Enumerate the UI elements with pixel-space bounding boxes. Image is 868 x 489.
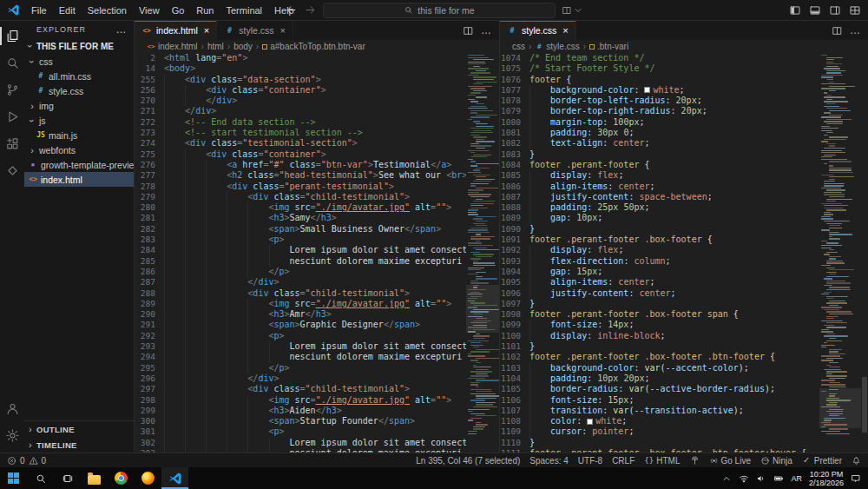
more-actions-icon[interactable]: …: [481, 25, 492, 36]
code-line[interactable]: 291<span>Graphic Designer</span>: [135, 320, 466, 330]
taskbar-firefox-icon[interactable]: [135, 467, 161, 489]
code-line[interactable]: 1090}: [500, 224, 819, 235]
taskbar-chrome-icon[interactable]: [108, 467, 135, 489]
code-line[interactable]: 280<img src="./img/avatar.jpg" alt="">: [135, 202, 466, 213]
code-line[interactable]: 285nesciunt dolorem maxime excepturi num: [135, 256, 466, 267]
code-line[interactable]: 303nesciunt dolorem maxime excepturi num: [135, 448, 466, 453]
code-line[interactable]: 1075/* Start Footer Style */: [500, 63, 819, 74]
code-line[interactable]: 1110}: [500, 438, 819, 448]
code-line[interactable]: 290<h3>Amr</h3>: [135, 309, 466, 320]
language-mode[interactable]: {}HTML: [644, 456, 680, 466]
run-debug-activity[interactable]: [0, 103, 24, 130]
forward-icon[interactable]: [304, 3, 317, 17]
tree-item-img[interactable]: ›img: [24, 98, 134, 113]
code-line[interactable]: 274<div class="testimonial-section">: [135, 138, 466, 149]
encoding[interactable]: UTF-8: [578, 456, 602, 466]
code-line[interactable]: 1104padding: 10px 20px;: [500, 373, 819, 384]
code-line[interactable]: 1076footer {: [500, 75, 819, 85]
tree-item-all.min.css[interactable]: #all.min.css: [24, 69, 134, 83]
code-line[interactable]: 279<div class="child-testimonial">: [135, 192, 466, 202]
code-line[interactable]: 300<span>Startup Founder</span>: [135, 416, 466, 426]
code-line[interactable]: 297<div class="child-testimonial">: [135, 384, 466, 394]
toggle-panel-icon[interactable]: [809, 4, 821, 17]
code-line[interactable]: 293Lorem ipsum dolor sit amet consectetu…: [135, 341, 466, 352]
code-line[interactable]: 1085display: flex;: [500, 170, 819, 181]
problems-indicator[interactable]: 0 0: [7, 456, 46, 466]
code-line[interactable]: 294nesciunt dolorem maxime excepturi num: [135, 352, 466, 362]
code-line[interactable]: 286</p>: [135, 267, 466, 277]
code-line[interactable]: 1074/* End team section */: [500, 53, 819, 63]
settings-activity[interactable]: [0, 422, 24, 449]
breadcrumb-item[interactable]: css: [512, 42, 525, 51]
indentation[interactable]: Spaces: 4: [529, 456, 568, 466]
code-line[interactable]: 275<div class="container">: [135, 149, 466, 160]
menu-file[interactable]: File: [25, 3, 53, 17]
search-activity[interactable]: [0, 50, 24, 76]
taskbar-start-icon[interactable]: [0, 467, 27, 489]
prettier[interactable]: ✓Prettier: [802, 456, 842, 466]
breadcrumb-item[interactable]: .btn-vari: [589, 42, 628, 51]
breadcrumb-item[interactable]: body: [233, 42, 253, 51]
split-editor-icon[interactable]: [463, 25, 474, 36]
code-line[interactable]: 1102footer .perant-footer .box-footer .b…: [500, 352, 819, 362]
code-line[interactable]: 1084footer .perant-footer {: [500, 160, 819, 170]
code-line[interactable]: 281<h3>Samy</h3>: [135, 213, 466, 223]
code-line[interactable]: 1091footer .perant-footer .box-footer {: [500, 235, 819, 245]
tree-item-css[interactable]: ›css: [24, 54, 134, 69]
minimap[interactable]: [466, 53, 499, 453]
code-line[interactable]: 292<p>: [135, 331, 466, 341]
code-line[interactable]: 271</div>: [135, 106, 466, 116]
code-line[interactable]: 1096justify-content: center;: [500, 288, 819, 299]
code-line[interactable]: 1092display: flex;: [500, 245, 819, 255]
customize-layout-icon[interactable]: [849, 4, 861, 17]
close-tab-icon[interactable]: ×: [204, 25, 209, 36]
account-activity[interactable]: [0, 395, 24, 422]
code-line[interactable]: 1108color: white;: [500, 416, 819, 426]
code-line[interactable]: 1080margin-top: 100px;: [500, 117, 819, 128]
back-icon[interactable]: [285, 3, 298, 17]
extensions-activity[interactable]: [0, 130, 24, 157]
minimap[interactable]: [819, 53, 861, 453]
code-line[interactable]: 1093flex-direction: column;: [500, 256, 819, 267]
tree-item-webfonts[interactable]: ›webfonts: [24, 142, 134, 157]
breadcrumb-item[interactable]: #style.css: [535, 42, 579, 51]
tree-item-index.html[interactable]: <>index.html: [24, 172, 134, 187]
breadcrumb-item[interactable]: a#backToTop.btn.btn-var: [262, 42, 365, 51]
language-indicator[interactable]: AR: [791, 474, 802, 483]
console-ninja[interactable]: Ninja: [760, 456, 792, 466]
code-line[interactable]: 1083}: [500, 149, 819, 160]
code-line[interactable]: 1099font-size: 14px;: [500, 320, 819, 330]
code-line[interactable]: 1109cursor: pointer;: [500, 426, 819, 437]
close-tab-icon[interactable]: ×: [562, 25, 568, 36]
tab-index.html[interactable]: <>index.html×: [135, 21, 217, 40]
action-center-icon[interactable]: [851, 473, 861, 484]
code-line[interactable]: 276<a href="#" class="btn-var">Testimoni…: [135, 160, 466, 170]
code-line[interactable]: 1101}: [500, 341, 819, 352]
code-line[interactable]: 273<!-- start testimonial section -->: [135, 128, 466, 138]
toggle-sidebar-icon[interactable]: [789, 4, 801, 17]
code-line[interactable]: 302Lorem ipsum dolor sit amet consectetu…: [135, 438, 466, 448]
code-line[interactable]: 1086align-items: center;: [500, 182, 819, 192]
scrollbar[interactable]: [861, 53, 868, 453]
code-line[interactable]: 1103background-color: var(--accent-color…: [500, 363, 819, 373]
code-line[interactable]: 270</div>: [135, 96, 466, 106]
code-line[interactable]: 256<div class="container">: [135, 85, 466, 96]
code-line[interactable]: 1105border-radius: var(--active-border-r…: [500, 384, 819, 394]
close-tab-icon[interactable]: ×: [280, 25, 286, 36]
code-line[interactable]: 1100display: inline-block;: [500, 331, 819, 341]
taskbar-vscode-icon[interactable]: [161, 467, 188, 489]
breadcrumb-item[interactable]: html: [207, 42, 224, 51]
go-live[interactable]: Go Live: [709, 456, 751, 466]
code-line[interactable]: 295</p>: [135, 363, 466, 373]
code-line[interactable]: 1094gap: 15px;: [500, 267, 819, 277]
menu-view[interactable]: View: [133, 3, 166, 17]
code-editor-css[interactable]: 1074/* End team section */1075/* Start F…: [500, 53, 819, 453]
tab-style.css[interactable]: #style.css×: [217, 21, 293, 40]
explorer-activity[interactable]: [0, 23, 24, 50]
menu-edit[interactable]: Edit: [53, 3, 82, 17]
code-line[interactable]: 284Lorem ipsum dolor sit amet consectetu…: [135, 245, 466, 255]
code-line[interactable]: 1111footer .perant-footer .box-footer .b…: [500, 448, 819, 453]
code-line[interactable]: 298<img src="./img/avatar.jpg" alt="">: [135, 395, 466, 406]
clock[interactable]: 10:20 PM 2/18/2026: [809, 470, 844, 487]
code-line[interactable]: 1098footer .perant-footer .box-footer sp…: [500, 309, 819, 320]
